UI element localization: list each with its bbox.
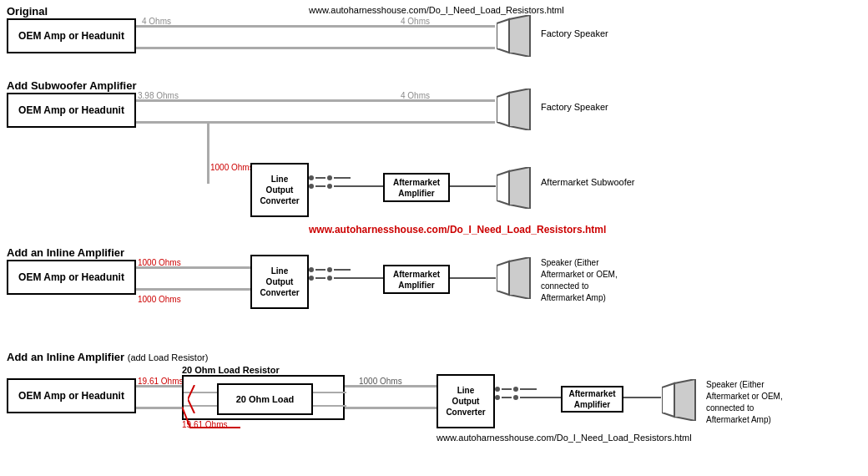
amp-box-4: Aftermarket Amplifier [561, 386, 623, 413]
amp-box-2: Aftermarket Amplifier [383, 173, 450, 202]
svg-marker-0 [497, 19, 509, 53]
wire1-top [136, 25, 495, 28]
speaker4-label: Speaker (EitherAftermarket or OEM,connec… [706, 379, 783, 426]
speaker2-label: Factory Speaker [541, 102, 608, 112]
speaker1-label: Factory Speaker [541, 28, 608, 38]
section2-wire-label2: 4 Ohms [401, 91, 430, 100]
section4-ohms1: 19.61 Ohms [138, 377, 183, 386]
section4-ohms3: 1000 Ohms [359, 377, 402, 386]
section2-url-red: www.autoharnesshouse.com/Do_I_Need_Load_… [309, 224, 606, 235]
section4-label: Add an Inline Amplifier (add Load Resist… [7, 351, 208, 363]
wire-loc4-to-amp4 [523, 397, 561, 398]
svg-marker-1 [509, 15, 530, 57]
svg-marker-7 [509, 257, 530, 299]
oem-box-2: OEM Amp or Headunit [7, 93, 136, 128]
svg-marker-6 [497, 261, 509, 295]
wire1-bottom [136, 47, 495, 49]
wire4-bottom-left [136, 407, 189, 409]
section3-label: Add an Inline Amplifier [7, 246, 124, 259]
wire3-bottom [136, 288, 257, 291]
oem-box-4: OEM Amp or Headunit [7, 378, 136, 413]
section3-ohms2: 1000 Ohms [138, 295, 181, 304]
loc-box-2: Line Output Converter [250, 163, 309, 217]
speaker3-icon [497, 257, 538, 299]
section2-loc-ohms: 1000 Ohms [210, 163, 254, 172]
speaker2-icon [497, 89, 538, 130]
amp-box-3: Aftermarket Amplifier [383, 265, 450, 294]
speaker1-icon [497, 15, 538, 57]
section1-label: Original [7, 5, 48, 18]
wire1-label-left: 4 Ohms [142, 17, 171, 26]
loc-box-3: Line Output Converter [250, 255, 309, 309]
speaker3-label: Speaker (EitherAftermarket or OEM,connec… [541, 257, 618, 304]
svg-marker-5 [509, 167, 530, 209]
wire-loc-to-amp2 [337, 185, 383, 187]
loc-box-4: Line Output Converter [437, 374, 495, 428]
red-wire-curve [182, 407, 249, 432]
section3-ohms1: 1000 Ohms [138, 258, 181, 267]
wire-loc3-to-amp3 [337, 277, 383, 279]
speaker4-icon [662, 379, 704, 421]
wire2-top [136, 99, 495, 102]
svg-marker-4 [497, 171, 509, 205]
wire-amp4-to-spk4 [623, 397, 661, 398]
oem-box-3: OEM Amp or Headunit [7, 260, 136, 295]
website-url-top: www.autoharnesshouse.com/Do_I_Need_Load_… [309, 5, 564, 15]
wire1-label-right: 4 Ohms [401, 17, 430, 26]
main-diagram: Original OEM Amp or Headunit 4 Ohms 4 Oh… [0, 0, 868, 476]
oem-box-1: OEM Amp or Headunit [7, 18, 136, 53]
wire-amp-to-sub [450, 185, 496, 187]
section2-label: Add Subwoofer Amplifier [7, 79, 137, 92]
subwoofer-label: Aftermarket Subwoofer [541, 177, 635, 187]
section2-wire-label1: 3.98 Ohms [138, 91, 179, 100]
svg-marker-9 [674, 379, 695, 421]
wire-amp3-to-spk3 [450, 277, 496, 279]
svg-marker-3 [509, 89, 530, 130]
svg-marker-8 [662, 383, 674, 417]
subwoofer-icon [497, 167, 538, 209]
section4-url-black: www.autoharnesshouse.com/Do_I_Need_Load_… [437, 433, 692, 443]
wire4-bottom-right [345, 407, 437, 409]
wire2-down [207, 121, 209, 184]
resistor-title: 20 Ohm Load Resistor [182, 365, 280, 375]
svg-marker-2 [497, 93, 509, 126]
wire2-bottom [136, 121, 495, 124]
